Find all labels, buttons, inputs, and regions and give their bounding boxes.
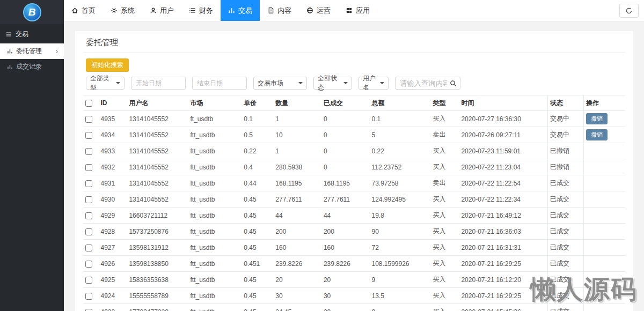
sidebar-item-trade-records[interactable]: 成交记录: [0, 59, 64, 75]
user-icon: [150, 7, 157, 14]
reset-search-button[interactable]: 初始化搜索: [86, 58, 129, 72]
cell-username: 13141045552: [127, 143, 188, 159]
cell-price: 0.22: [241, 143, 273, 159]
row-checkbox[interactable]: [85, 180, 92, 187]
cell-amount: 280.5938: [273, 159, 321, 175]
nav-item-system[interactable]: 系统: [103, 0, 142, 21]
nav-item-home[interactable]: 首页: [64, 0, 103, 21]
nav-item-content[interactable]: 内容: [260, 0, 299, 21]
cell-id: 4924: [99, 288, 127, 304]
row-checkbox[interactable]: [85, 277, 92, 284]
row-checkbox[interactable]: [85, 261, 92, 268]
cancel-button[interactable]: 撤销: [586, 129, 608, 140]
cell-filled: 168.1195: [321, 175, 370, 191]
row-checkbox[interactable]: [85, 196, 92, 203]
status-filter-select[interactable]: 全部状态: [313, 77, 352, 90]
cell-price: 0.451: [241, 256, 273, 272]
cell-actions: [584, 240, 625, 256]
cell-total: 72: [369, 240, 430, 256]
cell-price: 0.45: [241, 224, 273, 240]
cell-amount: 20: [273, 272, 321, 288]
cell-total: 73.97258: [369, 175, 430, 191]
sidebar-item-entrust-management[interactable]: 委托管理 ›: [0, 43, 64, 59]
table-header-row: ID 用户名 市场 单价 数量 已成交 总额 类型 时间 状态 操作: [83, 95, 625, 111]
cell-market: ftt_usdtb: [188, 127, 241, 143]
cell-status: 已成交: [547, 272, 583, 288]
cell-actions: 撤销: [584, 127, 625, 143]
cell-price: 0.1: [241, 111, 273, 127]
nav-item-user[interactable]: 用户: [142, 0, 181, 21]
row-checkbox[interactable]: [85, 212, 92, 219]
checkbox-cell: [83, 288, 99, 304]
row-checkbox[interactable]: [85, 309, 92, 311]
row-checkbox[interactable]: [85, 293, 92, 300]
gear-icon: [111, 7, 118, 14]
cell-filled: 277.7611: [321, 191, 370, 208]
sidebar-item-label: 成交记录: [16, 62, 42, 71]
cell-username: 13141045552: [127, 191, 188, 208]
trade-chart-icon: [228, 7, 235, 14]
sidebar-section-trade[interactable]: 交易: [0, 24, 64, 43]
row-checkbox[interactable]: [85, 148, 92, 155]
cell-price: 0.45: [241, 240, 273, 256]
apps-grid-icon: [346, 7, 353, 14]
col-header-id: ID: [99, 95, 127, 111]
row-checkbox[interactable]: [85, 164, 92, 171]
type-filter-select[interactable]: 全部类型: [86, 77, 125, 90]
cell-username: 13141045552: [127, 111, 188, 127]
checkbox-cell: [83, 127, 99, 143]
start-date-input[interactable]: [131, 77, 186, 90]
refresh-button[interactable]: [619, 4, 639, 18]
cell-status: 已成交: [547, 240, 583, 256]
cell-id: 4926: [99, 256, 127, 272]
cell-market: ftt_usdtb: [188, 191, 241, 208]
cell-username: 17703477228: [127, 304, 188, 311]
col-header-actions: 操作: [584, 95, 625, 111]
col-header-market: 市场: [188, 95, 241, 111]
cell-id: 4925: [99, 272, 127, 288]
cell-filled: 44: [321, 208, 370, 224]
cell-id: 4931: [99, 175, 127, 191]
cell-username: 13598138850: [127, 256, 188, 272]
cell-type: 卖出: [431, 127, 459, 143]
cell-market: ftt_usdtb: [188, 288, 241, 304]
nav-item-apps[interactable]: 应用: [338, 0, 377, 21]
cell-amount: 160: [273, 240, 321, 256]
select-all-checkbox[interactable]: [85, 100, 92, 107]
cell-status: 已撤销: [547, 159, 583, 175]
username-filter-select[interactable]: 用户名: [358, 77, 389, 90]
nav-item-finance[interactable]: 财务: [181, 0, 221, 21]
cell-status: 已成交: [547, 224, 583, 240]
cancel-button[interactable]: 撤销: [586, 113, 608, 124]
chart-icon: [7, 48, 13, 54]
header-checkbox-cell: [83, 95, 99, 111]
col-header-amount: 数量: [273, 95, 321, 111]
checkbox-cell: [83, 240, 99, 256]
cell-filled: 239.8226: [321, 256, 370, 272]
sidebar-section-label: 交易: [16, 29, 28, 39]
search-input[interactable]: [400, 78, 447, 88]
market-filter-select[interactable]: 交易市场: [253, 77, 307, 90]
logo[interactable]: B: [0, 0, 64, 24]
end-date-input[interactable]: [192, 77, 247, 90]
col-header-total: 总额: [369, 95, 430, 111]
cell-type: 买入: [431, 224, 459, 240]
nav-item-trade[interactable]: 交易: [221, 0, 260, 21]
cell-time: 2020-07-21 16:29:25: [459, 288, 547, 304]
row-checkbox[interactable]: [85, 116, 92, 123]
nav-label: 运营: [317, 6, 331, 16]
table-row: 4928 15737250876 ftt_usdtb 0.45 200 200 …: [83, 224, 625, 240]
checkbox-cell: [83, 208, 99, 224]
main-area: 首页 系统 用户 财务: [64, 0, 644, 311]
row-checkbox[interactable]: [85, 132, 92, 139]
cell-time: 2020-07-21 16:49:12: [459, 208, 547, 224]
col-header-filled: 已成交: [321, 95, 370, 111]
row-checkbox[interactable]: [85, 245, 92, 251]
orders-table: ID 用户名 市场 单价 数量 已成交 总额 类型 时间 状态 操作: [83, 95, 625, 311]
cell-price: 0.5: [241, 127, 273, 143]
col-header-username: 用户名: [127, 95, 188, 111]
cell-total: 124.992495: [369, 191, 430, 208]
search-icon[interactable]: [450, 80, 457, 87]
row-checkbox[interactable]: [85, 228, 92, 235]
nav-item-operation[interactable]: 运营: [299, 0, 338, 21]
